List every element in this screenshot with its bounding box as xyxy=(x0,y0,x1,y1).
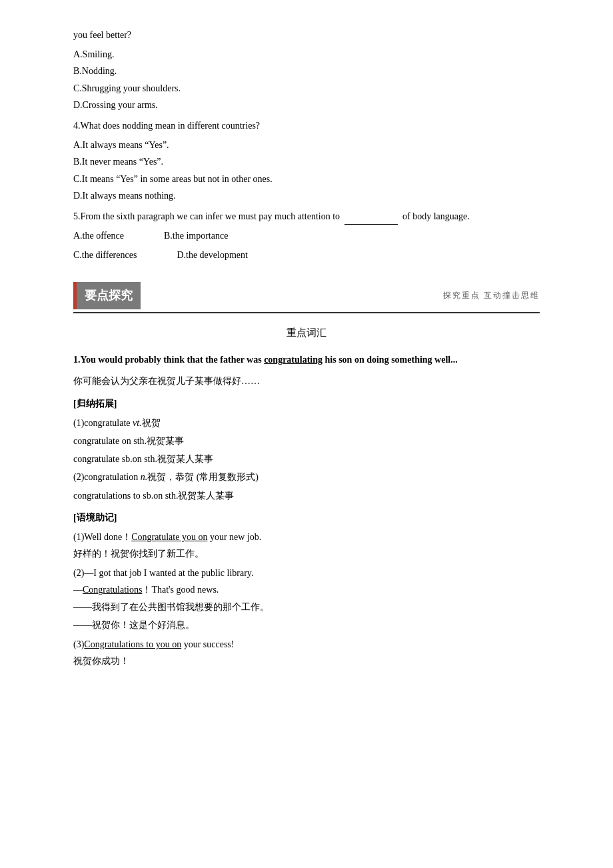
section-subtitle: 探究重点 互动撞击思维 xyxy=(443,289,540,303)
q5-option-c: C.the differences xyxy=(73,247,137,263)
q4-option-d: D.It always means nothing. xyxy=(73,187,540,204)
vocab-item1-chinese: 你可能会认为父亲在祝贺儿子某事做得好…… xyxy=(73,373,540,389)
q5-blank xyxy=(342,211,400,221)
vocab-entry-3: (2)congratulation n.祝贺，恭贺 (常用复数形式) xyxy=(73,469,540,485)
vocab-entry-1: congratulate on sth.祝贺某事 xyxy=(73,433,540,449)
q5-option-d: D.the development xyxy=(177,247,248,263)
vocab-item1-tail: his son on doing something well... xyxy=(325,355,458,365)
q5-prompt-2: of body language. xyxy=(402,211,470,221)
section-header: 要点探究 探究重点 互动撞击思维 xyxy=(73,282,540,313)
q5-options-row1: A.the offence B.the importance xyxy=(73,227,540,244)
q3-option-c: C.Shrugging your shoulders. xyxy=(73,80,540,97)
vocab-entry-4: congratulations to sb.on sth.祝贺某人某事 xyxy=(73,487,540,504)
q3-option-a: A.Smiling. xyxy=(73,46,540,63)
example2-cn2: ——祝贺你！这是个好消息。 xyxy=(73,617,540,633)
q5-option-a: A.the offence xyxy=(73,227,124,244)
q4-prompt: 4.What does nodding mean in different co… xyxy=(73,117,540,134)
vocab-item1-keyword: congratulating xyxy=(264,355,322,365)
example3-cn: 祝贺你成功！ xyxy=(73,653,540,669)
entry-text-3: (2)congratulation n.祝贺，恭贺 (常用复数形式) xyxy=(73,472,259,482)
example3-block: (3)Congratulations to you on your succes… xyxy=(73,636,540,669)
entry-text-0: (1)congratulate vt.祝贺 xyxy=(73,418,161,428)
q3-option-d: D.Crossing your arms. xyxy=(73,97,540,113)
vocab-entry-0: (1)congratulate vt.祝贺 xyxy=(73,415,540,431)
q3-prompt: you feel better? xyxy=(73,27,540,43)
example2-keyword: Congratulations xyxy=(83,585,142,595)
q4-option-a: A.It always means “Yes”. xyxy=(73,137,540,153)
q4-option-c: C.It means “Yes” in some areas but not i… xyxy=(73,171,540,187)
q5-options-row2: C.the differences D.the development xyxy=(73,247,540,263)
example3-keyword: Congratulations to you on xyxy=(84,639,181,649)
example1-block: (1)Well done！Congratulate you on your ne… xyxy=(73,529,540,562)
question-5-block: 5.From the sixth paragraph we can infer … xyxy=(73,208,540,264)
context-title: [语境助记] xyxy=(73,509,540,526)
q5-option-b: B.the importance xyxy=(164,227,228,244)
example2-en2: —Congratulations！That's good news. xyxy=(73,581,540,598)
q5-prompt-1: 5.From the sixth paragraph we can infer … xyxy=(73,211,340,221)
q5-text: 5.From the sixth paragraph we can infer … xyxy=(73,208,540,225)
section-title: 要点探究 xyxy=(73,282,141,309)
example1-keyword: Congratulate you on xyxy=(131,532,207,542)
vocab-item1-main: 1.You would probably think that the fath… xyxy=(73,351,540,369)
example2-block: (2)—I got that job I wanted at the publi… xyxy=(73,565,540,633)
example1-en: (1)Well done！Congratulate you on your ne… xyxy=(73,529,540,545)
example1-cn: 好样的！祝贺你找到了新工作。 xyxy=(73,545,540,562)
vocab-center-title: 重点词汇 xyxy=(73,324,540,342)
example2-cn1: ——我得到了在公共图书馆我想要的那个工作。 xyxy=(73,599,540,615)
question-4-block: 4.What does nodding mean in different co… xyxy=(73,117,540,204)
summary-title: [归纳拓展] xyxy=(73,395,540,412)
q3-option-b: B.Nodding. xyxy=(73,63,540,79)
example3-en: (3)Congratulations to you on your succes… xyxy=(73,636,540,653)
example2-en1: (2)—I got that job I wanted at the publi… xyxy=(73,565,540,581)
question-3-block: you feel better? A.Smiling. B.Nodding. C… xyxy=(73,27,540,113)
vocab-entry-2: congratulate sb.on sth.祝贺某人某事 xyxy=(73,451,540,467)
vocab-item1-prefix: 1.You would probably think that the fath… xyxy=(73,355,262,365)
q4-option-b: B.It never means “Yes”. xyxy=(73,153,540,170)
